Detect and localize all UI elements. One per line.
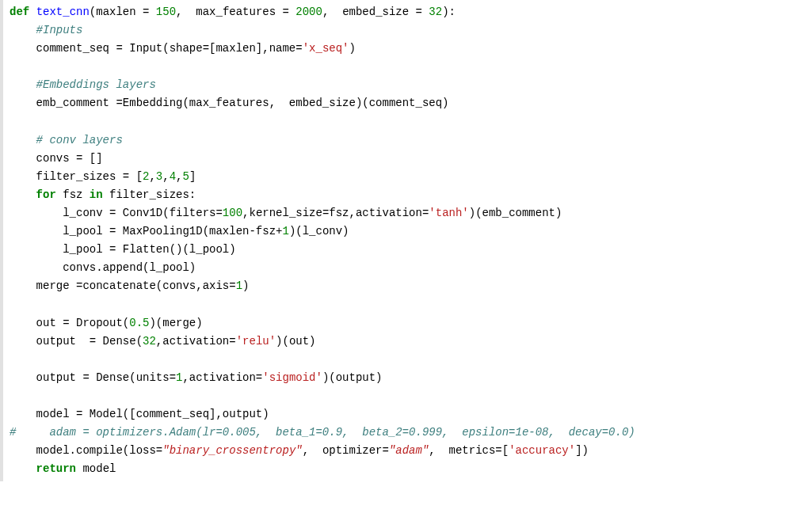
- token-str: 'accuracy': [509, 444, 575, 457]
- code-line: [10, 58, 812, 76]
- code-line: # adam = optimizers.Adam(lr=0.005, beta_…: [10, 424, 812, 442]
- token-plain: output = Dense(units=: [36, 371, 176, 384]
- token-kw: def: [10, 6, 29, 18]
- token-plain: , max_features =: [176, 6, 295, 18]
- code-line: #Inputs: [10, 21, 812, 40]
- token-plain: )(emb_comment): [469, 207, 562, 219]
- token-num: 1: [236, 279, 242, 292]
- code-line: output = Dense(32,activation='relu')(out…: [10, 332, 812, 351]
- token-plain: (maxlen =: [90, 6, 156, 18]
- token-plain: ): [242, 279, 249, 292]
- token-plain: emb_comment =Embedding(max_features, emb…: [36, 97, 449, 109]
- code-line: comment_seq = Input(shape=[maxlen],name=…: [10, 40, 812, 58]
- token-plain: l_conv = Conv1D(filters=: [63, 207, 223, 219]
- code-line: filter_sizes = [2,3,4,5]: [10, 168, 812, 186]
- token-plain: ,activation=: [156, 335, 236, 348]
- token-str: 'relu': [236, 335, 276, 348]
- token-plain: convs = []: [36, 152, 103, 165]
- token-plain: model = Model([comment_seq],output): [36, 408, 269, 420]
- token-strd: "adam": [389, 444, 429, 457]
- code-line: model.compile(loss="binary_crossentropy"…: [10, 442, 812, 460]
- token-num: 2000: [295, 6, 322, 18]
- token-num: 32: [429, 6, 442, 18]
- token-plain: )(output): [322, 371, 383, 384]
- token-plain: fsz: [56, 188, 90, 201]
- code-line: [10, 113, 812, 131]
- token-plain: convs.append(l_pool): [63, 261, 196, 274]
- code-line: [10, 351, 812, 369]
- token-plain: )(merge): [149, 317, 202, 329]
- token-strd: "binary_crossentropy": [162, 444, 302, 457]
- token-fname: text_cnn: [36, 6, 90, 18]
- token-plain: model.compile(loss=: [36, 444, 163, 457]
- token-num: 5: [182, 170, 189, 183]
- token-kw: in: [90, 188, 103, 201]
- token-kw: return: [36, 462, 76, 475]
- token-num: 32: [143, 335, 156, 348]
- code-line: [10, 387, 812, 405]
- code-line: convs.append(l_pool): [10, 259, 812, 277]
- token-num: 0.5: [129, 317, 149, 329]
- token-plain: filter_sizes:: [103, 188, 196, 201]
- token-kw: for: [36, 188, 56, 201]
- token-num: 150: [156, 6, 176, 18]
- token-plain: out = Dropout(: [36, 317, 130, 329]
- code-line: def text_cnn(maxlen = 150, max_features …: [10, 3, 812, 21]
- token-comment: #Embeddings layers: [36, 78, 156, 91]
- code-line: #Embeddings layers: [10, 76, 812, 94]
- token-plain: comment_seq = Input(shape=[maxlen],name=: [36, 42, 303, 55]
- token-plain: merge =concatenate(convs,axis=: [36, 279, 236, 292]
- token-num: 100: [223, 207, 242, 219]
- token-plain: filter_sizes = [: [36, 170, 143, 183]
- code-line: return model: [10, 460, 812, 478]
- token-plain: , optimizer=: [303, 444, 389, 457]
- token-comment: #Inputs: [36, 24, 83, 36]
- code-line: output = Dense(units=1,activation='sigmo…: [10, 369, 812, 387]
- token-plain: )(l_conv): [289, 225, 349, 238]
- token-str: 'x_seq': [303, 42, 349, 55]
- token-plain: ):: [442, 6, 456, 18]
- token-plain: output = Dense(: [36, 335, 143, 348]
- token-plain: [29, 6, 36, 18]
- code-line: l_pool = MaxPooling1D(maxlen-fsz+1)(l_co…: [10, 222, 812, 241]
- token-num: 3: [156, 170, 162, 183]
- token-plain: ,kernel_size=fsz,activation=: [242, 207, 429, 219]
- token-plain: , embed_size =: [322, 6, 429, 18]
- code-line: emb_comment =Embedding(max_features, emb…: [10, 94, 812, 112]
- code-line: # conv layers: [10, 131, 812, 150]
- token-plain: ,: [149, 170, 155, 183]
- token-plain: ]: [189, 170, 196, 183]
- token-plain: model: [76, 462, 116, 475]
- code-line: model = Model([comment_seq],output): [10, 405, 812, 424]
- token-comment: # conv layers: [36, 134, 123, 146]
- token-plain: ,: [162, 170, 169, 183]
- code-block: def text_cnn(maxlen = 150, max_features …: [0, 0, 812, 481]
- code-line: l_conv = Conv1D(filters=100,kernel_size=…: [10, 204, 812, 222]
- code-line: out = Dropout(0.5)(merge): [10, 314, 812, 332]
- token-plain: ,activation=: [182, 371, 262, 384]
- code-line: [10, 296, 812, 314]
- token-plain: )(out): [276, 335, 315, 348]
- code-line: l_pool = Flatten()(l_pool): [10, 241, 812, 259]
- code-line: for fsz in filter_sizes:: [10, 186, 812, 204]
- token-num: 4: [170, 170, 176, 183]
- token-plain: ): [349, 42, 355, 55]
- token-comment: # adam = optimizers.Adam(lr=0.005, beta_…: [10, 426, 635, 439]
- code-line: merge =concatenate(convs,axis=1): [10, 277, 812, 295]
- token-str: 'sigmoid': [262, 371, 322, 384]
- token-plain: l_pool = MaxPooling1D(maxlen-fsz+: [63, 225, 282, 238]
- token-plain: , metrics=[: [429, 444, 509, 457]
- token-str: 'tanh': [429, 207, 468, 219]
- code-line: convs = []: [10, 150, 812, 168]
- token-num: 1: [282, 225, 288, 238]
- token-plain: ]): [575, 444, 589, 457]
- token-plain: l_pool = Flatten()(l_pool): [63, 243, 235, 256]
